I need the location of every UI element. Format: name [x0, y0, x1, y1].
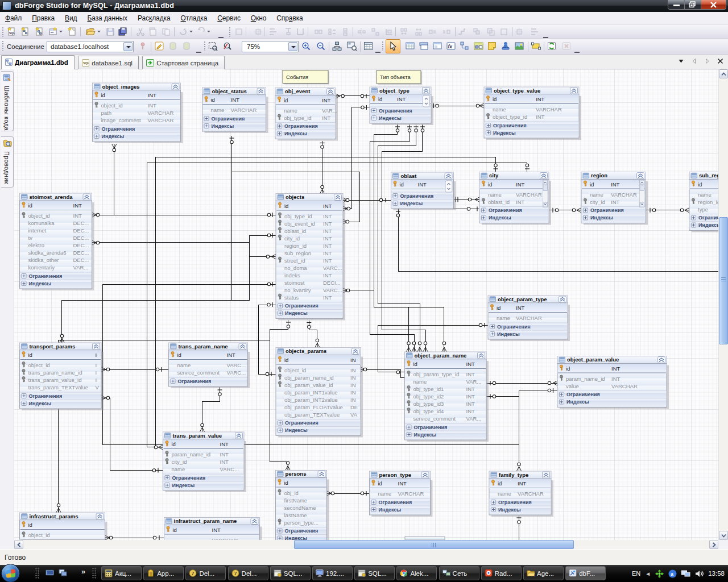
svg-text:skidka_other: skidka_other	[28, 257, 59, 263]
svg-text:object_id: object_id	[28, 213, 50, 219]
svg-text:VAR...: VAR...	[466, 415, 482, 422]
svg-text:Индексы: Индексы	[566, 399, 589, 405]
svg-text:name: name	[590, 192, 603, 198]
svg-text:id: id	[590, 181, 594, 188]
svg-text:obj_type_id1: obj_type_id1	[413, 386, 444, 392]
svg-text:Ограничения: Ограничения	[212, 116, 245, 122]
svg-text:obj_event_id: obj_event_id	[284, 221, 315, 227]
svg-text:family_type: family_type	[499, 472, 528, 478]
svg-text:tv: tv	[28, 235, 33, 241]
svg-text:image_comment: image_comment	[101, 117, 142, 123]
svg-text:name: name	[378, 490, 392, 497]
svg-text:INT: INT	[516, 181, 525, 188]
svg-text:INT: INT	[536, 96, 545, 102]
svg-text:INT: INT	[73, 213, 82, 219]
svg-text:VA: VA	[350, 411, 358, 418]
svg-text:indeks: indeks	[284, 272, 300, 278]
svg-text:oblast: oblast	[401, 173, 417, 179]
svg-text:obj_type_id: obj_type_id	[284, 115, 312, 121]
svg-text:id: id	[497, 305, 500, 311]
svg-text:INT: INT	[536, 114, 545, 120]
svg-text:Индексы: Индексы	[212, 123, 234, 129]
svg-text:I: I	[96, 352, 97, 358]
svg-text:INT: INT	[466, 401, 475, 407]
svg-text:oblast_id: oblast_id	[284, 228, 306, 234]
svg-text:name: name	[488, 192, 502, 198]
svg-text:object_param_name: object_param_name	[415, 352, 467, 359]
svg-text:oblast_id: oblast_id	[488, 199, 510, 205]
svg-text:INT: INT	[611, 181, 620, 188]
svg-text:VARC...: VARC...	[323, 265, 342, 271]
svg-text:trans_param_TEXTvalue: trans_param_TEXTvalue	[28, 384, 89, 390]
svg-text:VARCHAR: VARCHAR	[148, 117, 174, 123]
svg-text:Ограничения: Ограничения	[172, 475, 206, 481]
svg-text:INT: INT	[148, 102, 157, 109]
svg-text:city: city	[489, 172, 499, 178]
svg-text:Ограничения: Ограничения	[400, 193, 434, 199]
svg-text:id: id	[413, 361, 417, 367]
svg-text:name: name	[211, 107, 225, 113]
svg-text:id: id	[172, 441, 176, 447]
svg-text:sub_region: sub_region	[699, 172, 718, 178]
svg-text:Ограничения: Ограничения	[489, 207, 522, 213]
svg-text:komunalka: komunalka	[28, 220, 55, 226]
svg-text:INT: INT	[466, 393, 475, 400]
svg-text:VARCHAR: VARCHAR	[148, 110, 174, 116]
svg-text:obj_param_type_id: obj_param_type_id	[413, 371, 460, 377]
svg-text:Индексы: Индексы	[400, 201, 423, 206]
svg-text:stoimost_arenda: stoimost_arenda	[30, 194, 73, 200]
svg-text:VAR...: VAR...	[466, 379, 482, 385]
svg-text:objects_params: objects_params	[286, 348, 326, 354]
svg-text:INT: INT	[323, 250, 332, 256]
svg-text:INT: INT	[73, 202, 82, 209]
svg-text:Ограничения: Ограничения	[590, 207, 624, 213]
svg-text:region_id: region_id	[698, 199, 718, 205]
svg-text:INT: INT	[322, 115, 331, 121]
svg-text:name: name	[498, 490, 511, 497]
svg-text:person_type: person_type	[379, 472, 412, 478]
svg-text:IN: IN	[350, 375, 356, 381]
svg-text:infrastruct_params: infrastruct_params	[30, 513, 78, 519]
svg-text:VARCHAR: VARCHAR	[611, 383, 638, 389]
svg-text:Индексы: Индексы	[489, 215, 511, 221]
svg-text:obj_type_id: obj_type_id	[284, 213, 312, 219]
svg-text:INT: INT	[611, 199, 620, 205]
svg-text:Индексы: Индексы	[285, 310, 308, 316]
svg-text:path: path	[101, 110, 112, 116]
svg-text:VAR...: VAR...	[322, 107, 337, 114]
svg-text:INT: INT	[212, 527, 221, 533]
svg-text:name: name	[698, 192, 712, 198]
svg-text:object_id: object_id	[284, 367, 306, 373]
svg-text:VARC...: VARC...	[227, 369, 246, 376]
svg-text:INT: INT	[323, 272, 332, 278]
svg-text:Ограничения: Ограничения	[29, 273, 63, 279]
svg-text:id: id	[173, 527, 177, 533]
svg-text:fx: fx	[448, 44, 453, 49]
svg-text:object_type: object_type	[379, 88, 410, 94]
svg-text:id: id	[498, 480, 502, 487]
svg-text:object_id: object_id	[28, 532, 50, 538]
svg-text:persons: persons	[286, 471, 307, 477]
svg-text:DEC...: DEC...	[73, 242, 89, 248]
svg-text:Ограничения: Ограничения	[566, 392, 600, 397]
svg-text:INT: INT	[220, 441, 229, 447]
svg-text:obj_event: obj_event	[285, 88, 311, 94]
svg-text:no_kvartiry: no_kvartiry	[284, 287, 311, 293]
svg-text:DEC...: DEC...	[73, 227, 89, 234]
svg-text:DECI...: DECI...	[323, 280, 341, 286]
svg-text:obj_param_FLOATvalue: obj_param_FLOATvalue	[284, 404, 343, 410]
svg-text:object_type_value: object_type_value	[494, 88, 540, 94]
svg-text:object_images: object_images	[102, 84, 140, 90]
svg-text:VARCHAR: VARCHAR	[516, 315, 542, 321]
svg-text:INT: INT	[518, 480, 527, 487]
svg-text:Ограничения: Ограничения	[285, 420, 318, 426]
svg-text:IN: IN	[350, 357, 356, 363]
svg-text:name: name	[177, 362, 191, 368]
svg-text:name: name	[493, 106, 506, 113]
svg-text:region_id: region_id	[284, 243, 307, 249]
svg-text:Ограничения: Ограничения	[379, 500, 412, 505]
svg-text:id: id	[284, 203, 288, 209]
svg-text:Ограничения: Ограничения	[497, 324, 531, 330]
svg-text:id: id	[28, 522, 32, 528]
svg-text:INT: INT	[322, 97, 331, 103]
